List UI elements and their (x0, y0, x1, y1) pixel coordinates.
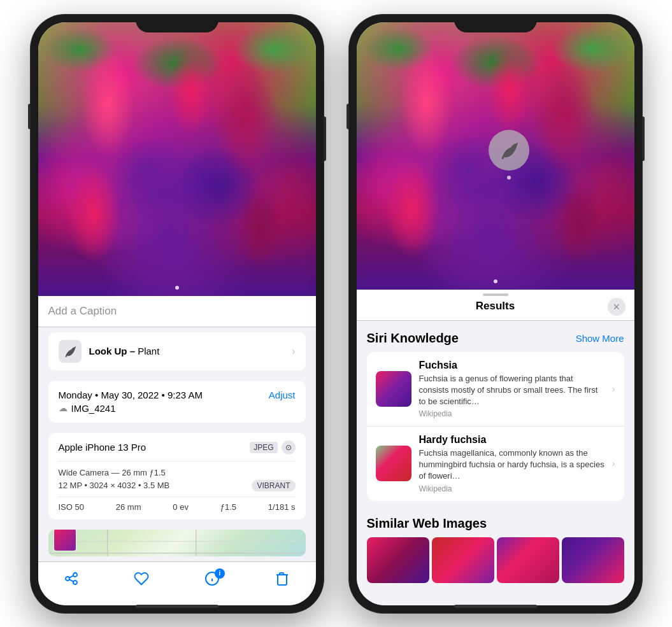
siri-leaf-icon (498, 139, 520, 161)
location-row: ☁ IMG_4241 (59, 403, 296, 414)
mp-row: 12 MP • 3024 × 4032 • 3.5 MB VIBRANT (59, 480, 296, 491)
camera-header: Apple iPhone 13 Pro JPEG ⊙ (59, 440, 296, 461)
fuchsia-thumb-image (376, 371, 411, 407)
results-panel: Results ✕ Siri Knowledge Show More (357, 290, 634, 605)
lookup-bold: Look Up – (89, 346, 136, 356)
similar-image-2[interactable] (432, 537, 494, 583)
similar-header: Similar Web Images (367, 516, 624, 531)
favorite-button[interactable] (134, 571, 149, 586)
lookup-icon (59, 340, 82, 363)
camera-model: Apple iPhone 13 Pro (59, 442, 147, 453)
location-badge: ⊙ (282, 440, 296, 454)
siri-bubble-dot (507, 176, 511, 180)
fuchsia-thumbnail (376, 371, 411, 407)
cloud-icon: ☁ (59, 403, 68, 413)
photo-area-1[interactable] (38, 22, 316, 296)
phones-container: Add a Caption Look Up – Plant › (0, 0, 672, 627)
hardy-thumbnail (376, 446, 411, 481)
similar-image-3[interactable] (497, 537, 559, 583)
adjust-button[interactable]: Adjust (269, 390, 296, 400)
knowledge-item-hardy[interactable]: Hardy fuchsia Fuchsia magellanica, commo… (367, 426, 624, 501)
phone-frame-1: Add a Caption Look Up – Plant › (31, 15, 324, 613)
date-text: Monday • May 30, 2022 • 9:23 AM (59, 390, 203, 400)
lookup-chevron: › (292, 346, 295, 357)
camera-details: Wide Camera — 26 mm ƒ1.5 12 MP • 3024 × … (59, 468, 296, 491)
page-dot-1 (175, 286, 179, 290)
map-background (48, 530, 306, 556)
notch-1 (136, 15, 218, 32)
results-title: Results (476, 300, 515, 313)
fuchsia-chevron: › (612, 384, 615, 394)
siri-knowledge-title: Siri Knowledge (367, 331, 459, 346)
flower-photo-1 (38, 22, 316, 296)
hardy-source: Wikipedia (419, 484, 604, 493)
lookup-text: Look Up – Plant (89, 346, 160, 356)
drag-handle[interactable] (483, 293, 508, 296)
wide-camera-text: Wide Camera — 26 mm ƒ1.5 (59, 468, 296, 477)
exif-ev: 0 ev (173, 502, 189, 512)
camera-section: Apple iPhone 13 Pro JPEG ⊙ Wide Camera —… (48, 433, 306, 519)
exif-row: ISO 50 26 mm 0 ev ƒ1.5 1/181 s (59, 497, 296, 512)
mp-text: 12 MP • 3024 × 4032 • 3.5 MB (59, 481, 170, 490)
filename: IMG_4241 (71, 403, 116, 414)
similar-section: Similar Web Images (357, 506, 634, 588)
results-header: Results ✕ (357, 290, 634, 321)
siri-recognition-bubble (489, 130, 529, 171)
info-badge-label: i (218, 570, 220, 577)
hardy-desc: Fuchsia magellanica, commonly known as t… (419, 447, 604, 483)
similar-image-1[interactable] (367, 537, 429, 583)
knowledge-item-fuchsia[interactable]: Fuchsia Fuchsia is a genus of flowering … (367, 352, 624, 427)
knowledge-card: Fuchsia Fuchsia is a genus of flowering … (367, 352, 624, 501)
similar-image-4[interactable] (562, 537, 624, 583)
info-badge: i (215, 568, 225, 579)
delete-button[interactable] (275, 571, 290, 586)
notch-2 (454, 15, 537, 32)
hardy-thumb-image (376, 446, 411, 481)
phone1-content: Add a Caption Look Up – Plant › (38, 22, 316, 605)
home-indicator-1 (136, 605, 218, 608)
exif-iso: ISO 50 (59, 502, 84, 512)
lookup-regular: Plant (135, 346, 159, 356)
fuchsia-source: Wikipedia (419, 409, 604, 418)
date-section: Monday • May 30, 2022 • 9:23 AM Adjust ☁… (48, 381, 306, 423)
home-indicator-2 (454, 605, 537, 608)
close-button[interactable]: ✕ (608, 298, 626, 316)
similar-title: Similar Web Images (367, 516, 487, 531)
share-button[interactable] (64, 571, 79, 586)
vibrant-badge: VIBRANT (252, 480, 295, 491)
date-row: Monday • May 30, 2022 • 9:23 AM Adjust (59, 390, 296, 400)
map-section[interactable] (48, 530, 306, 556)
caption-area[interactable]: Add a Caption (38, 296, 316, 327)
toolbar: i (38, 561, 316, 605)
phone-inner-1: Add a Caption Look Up – Plant › (38, 22, 316, 605)
hardy-title: Hardy fuchsia (419, 434, 604, 446)
fuchsia-title: Fuchsia (419, 360, 604, 371)
page-dot-2 (494, 279, 497, 283)
siri-section-header: Siri Knowledge Show More (367, 331, 624, 346)
info-section: Add a Caption Look Up – Plant › (38, 296, 316, 561)
phone-inner-2: Results ✕ Siri Knowledge Show More (357, 22, 634, 605)
hardy-text: Hardy fuchsia Fuchsia magellanica, commo… (419, 434, 604, 493)
siri-knowledge-section: Siri Knowledge Show More Fuchsia (357, 321, 634, 506)
leaf-icon (63, 344, 77, 358)
jpeg-badge: JPEG (250, 442, 277, 453)
exif-focal: 26 mm (116, 502, 141, 512)
similar-images-row (367, 537, 624, 583)
phone-frame-2: Results ✕ Siri Knowledge Show More (349, 15, 642, 613)
photo-area-2[interactable] (357, 22, 634, 290)
exif-shutter: 1/181 s (268, 502, 296, 512)
map-roads (48, 530, 306, 556)
info-button[interactable]: i (204, 571, 220, 586)
lookup-row[interactable]: Look Up – Plant › (48, 332, 306, 370)
fuchsia-text: Fuchsia Fuchsia is a genus of flowering … (419, 360, 604, 419)
caption-placeholder[interactable]: Add a Caption (48, 305, 117, 317)
exif-aperture: ƒ1.5 (220, 502, 236, 512)
photo-thumbnail (54, 530, 76, 551)
phone2-content: Results ✕ Siri Knowledge Show More (357, 22, 634, 605)
hardy-chevron: › (612, 458, 615, 468)
fuchsia-desc: Fuchsia is a genus of flowering plants t… (419, 373, 604, 408)
show-more-button[interactable]: Show More (576, 333, 624, 344)
format-badges: JPEG ⊙ (250, 440, 295, 454)
